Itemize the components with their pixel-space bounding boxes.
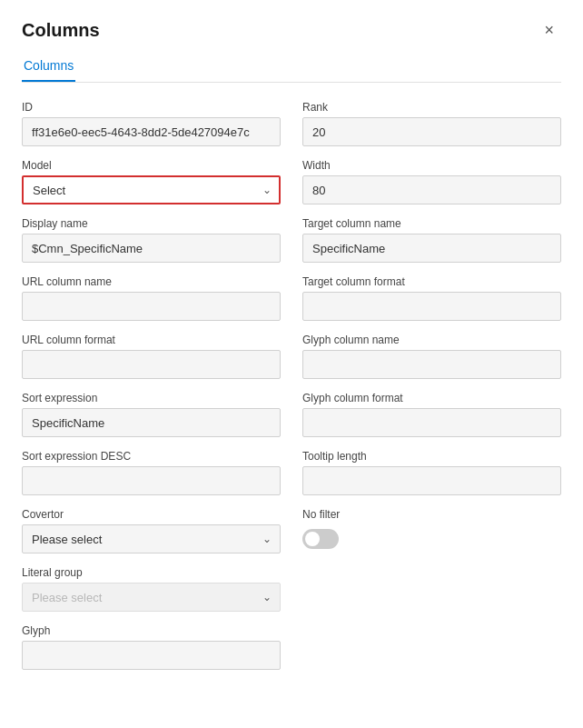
literal-group-select-wrapper: Please select ⌄ (22, 583, 281, 612)
url-column-format-field: URL column format (22, 334, 281, 379)
url-column-name-label: URL column name (22, 275, 281, 288)
model-select[interactable]: Select (22, 175, 281, 204)
glyph-input[interactable] (22, 641, 281, 670)
rank-field: Rank (302, 101, 561, 146)
url-column-name-input[interactable] (22, 292, 281, 321)
width-label: Width (302, 159, 561, 172)
target-column-format-label: Target column format (302, 275, 561, 288)
no-filter-toggle-wrapper (302, 524, 561, 553)
target-column-format-field: Target column format (302, 275, 561, 321)
tab-columns[interactable]: Columns (22, 51, 75, 82)
url-column-format-label: URL column format (22, 334, 281, 346)
url-column-format-input[interactable] (22, 350, 281, 379)
sort-expression-desc-field: Sort expression DESC (22, 450, 281, 495)
no-filter-toggle[interactable] (302, 529, 339, 549)
glyph-column-name-input[interactable] (302, 350, 561, 379)
id-label: ID (22, 101, 281, 114)
toggle-thumb (305, 532, 320, 546)
rank-input[interactable] (302, 117, 561, 146)
convertor-field: Covertor Please select ⌄ (22, 508, 281, 553)
id-field: ID (22, 101, 281, 146)
target-column-format-input[interactable] (302, 292, 561, 321)
display-name-field: Display name (22, 217, 281, 263)
no-filter-label: No filter (302, 508, 561, 521)
form-grid: ID Rank Model Select ⌄ Width Display nam… (22, 101, 561, 683)
glyph-column-format-label: Glyph column format (302, 392, 561, 404)
model-select-wrapper: Select ⌄ (22, 175, 281, 204)
tooltip-length-label: Tooltip length (302, 450, 561, 463)
tooltip-length-field: Tooltip length (302, 450, 561, 495)
tooltip-length-input[interactable] (302, 466, 561, 495)
glyph-column-name-field: Glyph column name (302, 334, 561, 379)
target-column-name-input[interactable] (302, 234, 561, 263)
sort-expression-desc-input[interactable] (22, 466, 281, 495)
close-button[interactable]: × (537, 18, 561, 42)
target-column-name-label: Target column name (302, 217, 561, 230)
sort-expression-desc-label: Sort expression DESC (22, 450, 281, 463)
convertor-select-wrapper: Please select ⌄ (22, 524, 281, 553)
convertor-label: Covertor (22, 508, 281, 521)
glyph-column-format-field: Glyph column format (302, 392, 561, 437)
literal-group-select[interactable]: Please select (22, 583, 281, 612)
target-column-name-field: Target column name (302, 217, 561, 263)
columns-dialog: Columns × Columns ID Rank Model Select ⌄ (0, 0, 583, 728)
rank-label: Rank (302, 101, 561, 114)
glyph-label: Glyph (22, 624, 281, 637)
convertor-select[interactable]: Please select (22, 524, 281, 553)
toggle-track (302, 529, 339, 549)
width-field: Width (302, 159, 561, 204)
tab-bar: Columns (22, 51, 561, 83)
literal-group-label: Literal group (22, 566, 281, 579)
display-name-label: Display name (22, 217, 281, 230)
sort-expression-label: Sort expression (22, 392, 281, 404)
width-input[interactable] (302, 175, 561, 204)
glyph-field: Glyph (22, 624, 281, 670)
url-column-name-field: URL column name (22, 275, 281, 321)
display-name-input[interactable] (22, 234, 281, 263)
literal-group-field: Literal group Please select ⌄ (22, 566, 281, 612)
glyph-column-name-label: Glyph column name (302, 334, 561, 346)
model-label: Model (22, 159, 281, 172)
sort-expression-field: Sort expression (22, 392, 281, 437)
model-field: Model Select ⌄ (22, 159, 281, 204)
dialog-title: Columns (22, 20, 100, 41)
dialog-header: Columns × (22, 18, 561, 42)
glyph-column-format-input[interactable] (302, 408, 561, 437)
sort-expression-input[interactable] (22, 408, 281, 437)
id-input[interactable] (22, 117, 281, 146)
no-filter-field: No filter (302, 508, 561, 553)
empty-right-field (302, 566, 561, 612)
